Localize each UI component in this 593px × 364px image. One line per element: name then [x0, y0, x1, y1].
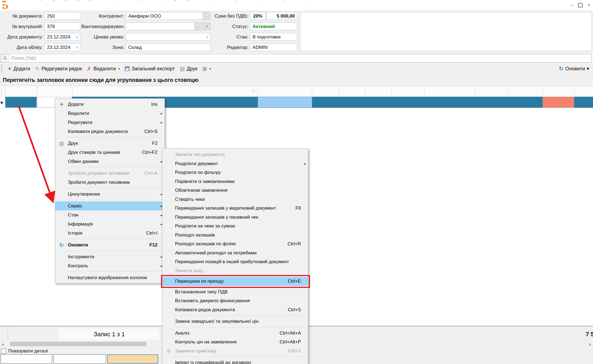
chevron-down-icon[interactable]: ∨: [76, 33, 78, 41]
context-menu-item[interactable]: Зробити документ пасивним: [55, 178, 165, 187]
search-input[interactable]: Поиск (Tab): [1, 54, 592, 63]
context-menu-item[interactable]: Сервіс ▸: [55, 201, 165, 210]
toolbar-grip[interactable]: [1, 65, 2, 72]
submenu-item[interactable]: Встановіть джерело фінансування: [162, 296, 308, 305]
edit-row-button[interactable]: ✎ Редагувати рядок: [32, 64, 84, 73]
submenu-item[interactable]: Встановлення типу ПДВ: [162, 288, 308, 297]
scroll-left-icon[interactable]: ‹: [2, 341, 4, 347]
doc-date-field[interactable]: 23.12.2024∨: [45, 33, 80, 41]
submenu-item[interactable]: Заміна заводської та закупівельної цін: [162, 317, 308, 326]
context-menu-item[interactable]: Обмін даними ▸: [55, 157, 165, 166]
column-header[interactable]: [425, 86, 475, 97]
menubar-item[interactable]: [10, 2, 16, 10]
menubar-item[interactable]: [59, 2, 65, 10]
show-details-checkbox[interactable]: [1, 349, 6, 354]
internal-number-field[interactable]: 376: [45, 23, 80, 30]
table-cell[interactable]: [312, 97, 339, 108]
submenu-item[interactable]: Порівняти із замовленнями: [162, 177, 308, 186]
table-cell[interactable]: [0, 97, 5, 108]
table-cell[interactable]: [392, 97, 425, 108]
scroll-right-icon[interactable]: ›: [589, 341, 591, 347]
column-header[interactable]: [543, 86, 574, 97]
context-menu-item[interactable]: [55, 249, 165, 252]
column-header[interactable]: [339, 86, 365, 97]
context-menu-item[interactable]: Редагувати ▸: [55, 118, 165, 127]
table-cell[interactable]: [5, 97, 37, 108]
context-menu-item[interactable]: Налаштувати відображення колонок: [55, 273, 165, 282]
menubar-item[interactable]: [89, 2, 95, 10]
context-menu-item[interactable]: Копіювати рядок документа Ctrl+S: [55, 127, 165, 136]
table-cell[interactable]: [508, 97, 543, 108]
delete-button[interactable]: ✗ Видалити▾: [84, 64, 122, 73]
submenu-item[interactable]: Перекидання залишків у видатковий докуме…: [162, 204, 308, 213]
table-cell[interactable]: [574, 97, 593, 108]
table-cell[interactable]: [258, 97, 312, 108]
context-menu-item[interactable]: Контроль ▸: [55, 261, 165, 270]
context-menu-item[interactable]: [55, 238, 165, 240]
refresh-button[interactable]: ↻ Оновити ▾: [559, 65, 593, 72]
submenu-item[interactable]: Копіювати рядок документа Ctrl+S: [162, 305, 308, 315]
consignee-field[interactable]: [126, 23, 195, 30]
context-menu-item[interactable]: Додати Ins: [55, 100, 165, 109]
submenu-item[interactable]: Розподіл залишків: [162, 231, 308, 240]
column-header[interactable]: [72, 86, 258, 97]
table-cell[interactable]: [543, 97, 574, 108]
column-header[interactable]: [5, 86, 37, 97]
context-menu-item[interactable]: Зробити документ активним Ctrl+A: [55, 169, 165, 178]
column-header[interactable]: [312, 86, 339, 97]
menubar-item[interactable]: [95, 2, 101, 10]
submenu-item[interactable]: Імпорт із специфікацій до договору: [162, 358, 308, 364]
menubar-item[interactable]: [53, 2, 59, 10]
account-date-field[interactable]: 23.12.2024∨: [45, 43, 80, 51]
menubar-item[interactable]: [41, 2, 47, 10]
chevron-down-icon[interactable]: ∨: [76, 44, 78, 51]
tab[interactable]: [107, 354, 158, 364]
table-cell[interactable]: [425, 97, 475, 108]
print-button[interactable]: ▤ Друк: [177, 64, 200, 73]
table-cell[interactable]: [339, 97, 365, 108]
column-header[interactable]: [0, 86, 5, 97]
close-button[interactable]: ×: [586, 3, 591, 8]
column-header[interactable]: [508, 86, 543, 97]
submenu-item[interactable]: [162, 314, 308, 317]
column-header[interactable]: [574, 86, 593, 97]
context-menu-item[interactable]: [55, 166, 165, 169]
submenu-item[interactable]: Переоцінка по прихіду Ctrl+E: [162, 277, 308, 286]
context-menu-item[interactable]: Друк F2: [55, 139, 165, 148]
column-header[interactable]: [37, 86, 72, 97]
context-menu-item[interactable]: [55, 199, 165, 201]
submenu-item[interactable]: Розділити на чеки за сумою: [162, 222, 308, 231]
submenu-item[interactable]: [162, 326, 308, 329]
context-menu-item[interactable]: [55, 136, 165, 139]
price-condition-field[interactable]: ∨: [126, 33, 210, 41]
group-by-panel[interactable]: Перетягніть заголовок колонки сюди для у…: [0, 74, 593, 86]
submenu-item[interactable]: Розділити по фільтру: [162, 168, 308, 177]
notes-panel[interactable]: [300, 12, 592, 51]
column-header[interactable]: [392, 86, 425, 97]
context-menu-item[interactable]: Інструменти ▸: [55, 252, 165, 261]
menubar-item[interactable]: [23, 2, 29, 10]
table-cell[interactable]: [475, 97, 508, 108]
context-menu-item[interactable]: Історія Ctrl+I: [55, 229, 165, 238]
minimize-button[interactable]: –: [569, 3, 574, 8]
submenu-item[interactable]: Перекидання залишків у пасивний чек: [162, 213, 308, 222]
menubar-item[interactable]: [16, 2, 23, 10]
tab[interactable]: [53, 354, 106, 364]
doc-number-field[interactable]: 250: [45, 12, 80, 20]
submenu-item[interactable]: Замінити прив'язку Ctrl+X: [162, 347, 308, 356]
submenu-item[interactable]: Аналіз Ctrl+Alt+A: [162, 329, 308, 338]
submenu-item[interactable]: Змінити зону...: [162, 266, 308, 276]
menubar-item[interactable]: [77, 2, 83, 10]
menubar-item[interactable]: [35, 2, 41, 10]
submenu-item[interactable]: Розподіл залишків по філіях Ctrl+R: [162, 240, 308, 249]
context-menu-item[interactable]: Ціноутворення ▸: [55, 190, 165, 199]
contractor-field[interactable]: Авефарм ООО: [126, 12, 203, 20]
menubar-item[interactable]: [47, 2, 53, 10]
submenu-item[interactable]: Обов'язкові замовлення: [162, 186, 308, 195]
submenu-item[interactable]: Змінити тип документа: [162, 150, 308, 159]
menubar-item[interactable]: [83, 2, 89, 10]
submenu-item[interactable]: [162, 355, 308, 358]
menubar-item[interactable]: [71, 2, 77, 10]
add-button[interactable]: + Додати: [5, 64, 32, 73]
scrollbar-thumb[interactable]: [10, 342, 146, 346]
